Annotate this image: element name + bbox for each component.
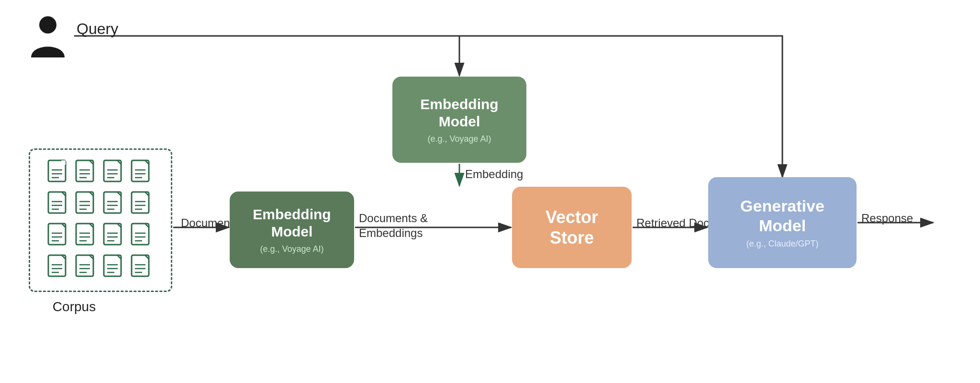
svg-rect-60 [104, 255, 121, 276]
doc-icon [75, 223, 98, 249]
embedding-model-top-title: EmbeddingModel [420, 96, 498, 130]
embedding-arrow-label: Embedding [465, 168, 523, 181]
person-icon [29, 14, 67, 57]
doc-icon [75, 159, 98, 186]
doc-icon [103, 254, 126, 281]
response-arrow-label: Response [861, 212, 913, 225]
doc-icon [103, 191, 126, 218]
embedding-model-top-subtitle: (e.g., Voyage AI) [427, 134, 491, 144]
svg-rect-12 [104, 160, 121, 181]
generative-model-box: GenerativeModel (e.g., Claude/GPT) [708, 177, 857, 268]
corpus-box [29, 148, 172, 292]
docs-embeddings-arrow-label: Documents &Embeddings [359, 211, 428, 240]
svg-rect-48 [132, 224, 149, 245]
corpus-icons-grid [43, 155, 158, 286]
doc-icon [131, 223, 154, 249]
svg-rect-4 [61, 160, 66, 165]
doc-icon [47, 191, 70, 218]
doc-icon [47, 223, 70, 249]
doc-icon [103, 159, 126, 186]
doc-icon [103, 223, 126, 249]
doc-icon [131, 254, 154, 281]
svg-rect-64 [132, 255, 149, 276]
svg-rect-52 [48, 255, 66, 276]
query-label: Query [77, 20, 118, 38]
embedding-model-bottom-subtitle: (e.g., Voyage AI) [260, 244, 323, 254]
doc-icon [131, 159, 154, 186]
embedding-model-bottom-box: EmbeddingModel (e.g., Voyage AI) [230, 192, 354, 268]
vector-store-title: VectorStore [546, 207, 598, 248]
doc-icon [75, 191, 98, 218]
corpus-label: Corpus [53, 299, 96, 315]
svg-point-2 [39, 16, 56, 34]
doc-icon [75, 254, 98, 281]
svg-rect-20 [48, 192, 66, 213]
svg-rect-44 [104, 224, 121, 245]
doc-icon [47, 254, 70, 281]
svg-rect-40 [76, 224, 93, 245]
svg-rect-16 [132, 160, 149, 181]
vector-store-box: VectorStore [512, 187, 632, 268]
svg-rect-28 [104, 192, 121, 213]
embedding-model-bottom-title: EmbeddingModel [253, 206, 331, 240]
doc-icon [131, 191, 154, 218]
svg-rect-32 [132, 192, 149, 213]
doc-icon [47, 159, 70, 186]
generative-model-subtitle: (e.g., Claude/GPT) [746, 239, 818, 249]
diagram-container: Query [0, 0, 980, 383]
svg-rect-8 [76, 160, 93, 181]
embedding-model-top-box: EmbeddingModel (e.g., Voyage AI) [392, 77, 526, 163]
svg-rect-36 [48, 224, 66, 245]
generative-model-title: GenerativeModel [740, 196, 824, 236]
svg-rect-24 [76, 192, 93, 213]
svg-rect-56 [76, 255, 93, 276]
